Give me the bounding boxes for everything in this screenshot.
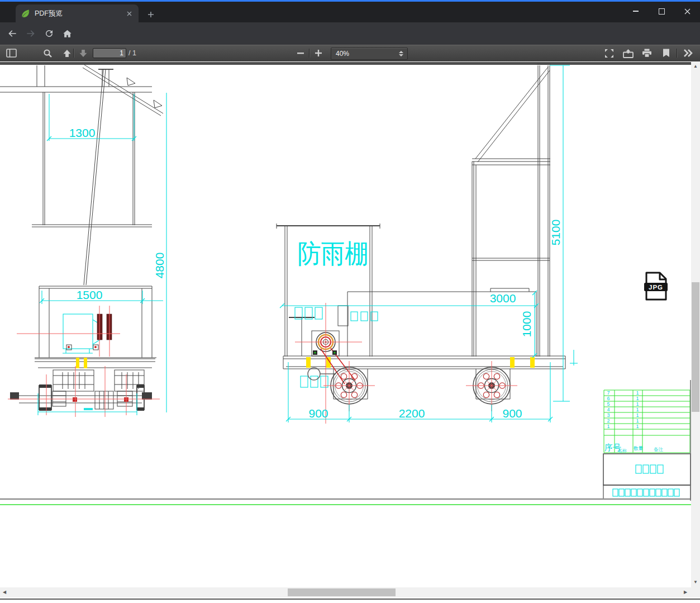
presentation-mode-icon[interactable] [602, 46, 616, 60]
bom-row-qty: 1 [636, 424, 639, 429]
scroll-up-icon[interactable]: ▲ [693, 64, 698, 69]
bom-header-name: 名称 [618, 448, 627, 453]
scroll-left-icon[interactable]: ◀ [3, 590, 6, 595]
toolbar-divider [309, 49, 309, 58]
bom-row-qty: 1 [636, 390, 639, 396]
zoom-out-icon[interactable] [294, 46, 307, 60]
horizontal-scrollbar[interactable]: ◀ ▶ [0, 587, 691, 597]
bom-row-no: 2 [607, 418, 609, 424]
page-total-label: / 1 [128, 49, 136, 57]
home-icon[interactable] [59, 26, 75, 41]
search-icon[interactable] [41, 46, 54, 60]
window-controls [623, 2, 700, 21]
tab-pdf-preview[interactable]: PDF预览 [16, 4, 139, 22]
bom-table: 7 6 5 4 3 2 1 1 1 1 1 1 1 1 序号 名称 数量 备注 [604, 390, 690, 453]
tab-close-icon[interactable] [125, 9, 134, 18]
jpg-file-badge[interactable]: JPG [642, 272, 669, 301]
tiny-dim-label [84, 408, 93, 410]
sidebar-toggle-icon[interactable] [4, 46, 18, 60]
pdf-page-canvas: 1300 1500 4800 [0, 61, 691, 587]
canopy-label: 防雨棚 [298, 239, 369, 268]
dim-5100: 5100 [549, 220, 562, 246]
vertical-scrollbar-thumb[interactable] [692, 282, 699, 412]
scrollbar-corner [691, 587, 700, 597]
navigation-bar: localhost:8012/onlinePreview?url=http%3A… [0, 22, 700, 45]
reload-icon[interactable] [41, 26, 57, 41]
select-spinner-icon [399, 51, 403, 56]
dim-900-right: 900 [502, 407, 522, 420]
bom-header-qty: 数量 [634, 445, 644, 451]
page-up-icon[interactable] [60, 46, 74, 60]
bom-row-qty: 1 [636, 412, 639, 418]
page-number-input[interactable] [93, 48, 126, 58]
maximize-button[interactable] [649, 2, 674, 21]
window-bottom-edge [0, 599, 700, 600]
bom-row-no: 1 [607, 424, 609, 429]
jpg-badge-label: JPG [649, 284, 663, 291]
dim-900-left: 900 [308, 407, 328, 420]
bom-row-qty: 1 [636, 407, 639, 412]
pdf-toolbar: / 1 40% [0, 45, 700, 62]
bom-row-qty: 1 [636, 401, 639, 407]
browser-window: PDF预览 [0, 0, 700, 603]
minimize-button[interactable] [623, 2, 649, 21]
dim-1300: 1300 [69, 126, 96, 139]
bom-row-no: 7 [607, 390, 609, 396]
dim-2200: 2200 [399, 407, 425, 420]
scroll-right-icon[interactable]: ▶ [684, 590, 687, 595]
bom-row-no: 4 [607, 407, 609, 412]
dim-1000: 1000 [520, 311, 533, 338]
title-block [603, 454, 691, 499]
zoom-level-select[interactable]: 40% [331, 48, 408, 60]
more-tools-icon[interactable] [682, 46, 695, 60]
end-view [0, 65, 163, 417]
toolbar-divider [73, 49, 74, 58]
toolbar-divider [677, 49, 677, 58]
scroll-down-icon[interactable]: ▼ [693, 580, 698, 585]
vertical-scrollbar[interactable]: ▲ ▼ [691, 61, 700, 587]
open-file-icon[interactable] [621, 46, 635, 60]
tab-title: PDF预览 [35, 9, 125, 18]
tab-bar: PDF预览 [0, 2, 700, 22]
cad-drawing: 1300 1500 4800 [0, 61, 691, 587]
print-icon[interactable] [640, 46, 654, 60]
bookmark-icon[interactable] [659, 46, 673, 60]
page-down-icon[interactable] [77, 46, 90, 60]
bom-row-qty: 1 [636, 396, 639, 401]
dim-1500: 1500 [77, 288, 103, 301]
spring-leaf-icon [21, 9, 30, 18]
back-icon[interactable] [4, 26, 20, 41]
bom-row-no: 6 [607, 396, 609, 401]
dim-4800: 4800 [153, 253, 166, 279]
forward-icon[interactable] [23, 26, 39, 41]
dim-3000: 3000 [490, 292, 516, 305]
close-button[interactable] [674, 2, 700, 21]
new-tab-button[interactable] [144, 7, 158, 22]
bom-row-qty: 1 [636, 418, 639, 424]
end-view-dimensions: 1300 1500 4800 [38, 93, 166, 415]
zoom-in-icon[interactable] [312, 46, 325, 60]
bom-row-no: 3 [607, 412, 609, 418]
bom-header-remark: 备注 [654, 447, 664, 452]
bom-row-no: 5 [607, 401, 609, 407]
zoom-level-value: 40% [336, 50, 399, 58]
horizontal-scrollbar-thumb[interactable] [288, 588, 396, 596]
